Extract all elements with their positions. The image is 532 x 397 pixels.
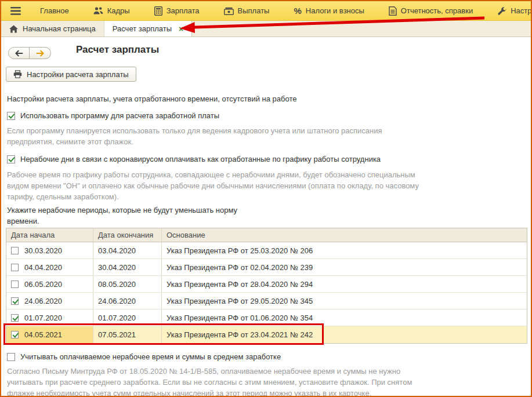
people-icon	[93, 6, 103, 15]
column-header-basis[interactable]: Основание	[162, 228, 527, 242]
end-date: 08.05.2020	[93, 276, 162, 292]
menu-item-glavnoe[interactable]: Главное	[28, 1, 81, 20]
page-title: Расчет зарплаты	[76, 44, 159, 56]
wrench-icon	[497, 6, 506, 16]
end-date: 24.06.2020	[93, 293, 162, 309]
average-earnings-checkbox[interactable]	[7, 353, 15, 361]
hamburger-icon	[10, 7, 21, 15]
start-date: 01.07.2020	[24, 314, 62, 322]
start-date: 30.03.2020	[24, 246, 62, 255]
tab-raschet-zarplaty[interactable]: Расчет зарплаты ×	[104, 21, 192, 37]
back-button[interactable]	[8, 47, 30, 59]
salary-settings-button[interactable]: Настройки расчета зарплаты	[6, 67, 136, 82]
back-arrow-icon	[15, 50, 23, 57]
menu-item-kadry[interactable]: Кадры	[81, 1, 142, 20]
page-subtitle: Настройки расчета зарплаты, учета отрабо…	[7, 94, 296, 103]
menu-item-vyplaty[interactable]: Выплаты	[212, 1, 282, 20]
menu-label: Зарплата	[167, 6, 200, 15]
close-tab-icon[interactable]: ×	[179, 24, 183, 34]
tab-home[interactable]: Начальная страница	[1, 21, 104, 37]
menu-item-zarplata[interactable]: Зарплата	[142, 1, 212, 20]
column-header-end-date[interactable]: Дата окончания	[93, 228, 162, 242]
row-checkbox[interactable]	[11, 264, 19, 271]
printer-icon	[13, 70, 22, 78]
tab-home-label: Начальная страница	[23, 24, 96, 33]
start-date: 04.04.2020	[24, 263, 62, 272]
basis: Указ Президента РФ от 29.05.2020 № 345	[162, 293, 527, 309]
use-program-checkbox[interactable]	[7, 112, 15, 120]
covid-days-checkbox[interactable]	[7, 155, 15, 163]
forward-button[interactable]	[30, 47, 51, 59]
menu-label: Настройка	[511, 6, 532, 15]
table-header-row: Дата начала Дата окончания Основание	[6, 228, 527, 242]
average-earnings-label[interactable]: Учитывать оплачиваемое нерабочее время и…	[20, 352, 281, 361]
row-checkbox[interactable]	[11, 331, 19, 338]
basis: Указ Президента РФ от 28.04.2020 № 294	[162, 276, 527, 292]
end-date: 30.04.2020	[93, 259, 162, 275]
start-date: 04.05.2021	[24, 330, 62, 339]
row-checkbox[interactable]	[11, 281, 19, 288]
basis: Указ Президента РФ от 01.06.2020 № 354	[162, 309, 527, 326]
payments-icon	[224, 7, 234, 15]
use-program-label[interactable]: Использовать программу для расчета зараб…	[20, 111, 219, 120]
menu-label: Налоги и взносы	[306, 6, 364, 15]
forward-arrow-icon	[36, 50, 45, 57]
nonworking-periods-table: Дата начала Дата окончания Основание 30.…	[6, 228, 527, 344]
covid-days-label[interactable]: Нерабочие дни в связи с коронавирусом оп…	[20, 155, 381, 163]
tabbar: Начальная страница Расчет зарплаты ×	[1, 21, 531, 37]
main-menubar: Главное Кадры Зарплата Выплаты % Налоги …	[1, 1, 531, 21]
menu-label: Выплаты	[238, 6, 270, 15]
table-row[interactable]: 01.07.2020 01.07.2020 Указ Президента РФ…	[6, 309, 527, 326]
menu-item-nalogi[interactable]: % Налоги и взносы	[281, 1, 376, 20]
menu-label: Главное	[40, 6, 69, 15]
app-window: Главное Кадры Зарплата Выплаты % Налоги …	[0, 0, 532, 397]
salary-settings-button-label: Настройки расчета зарплаты	[27, 70, 129, 79]
use-program-hint: Если программу планируется использовать …	[7, 125, 407, 147]
percent-icon: %	[294, 6, 301, 15]
row-checkbox[interactable]	[11, 247, 19, 254]
table-row[interactable]: 04.04.2020 30.04.2020 Указ Президента РФ…	[6, 259, 527, 276]
column-header-start-date[interactable]: Дата начала	[6, 228, 93, 242]
end-date: 07.05.2021	[93, 326, 162, 343]
average-earnings-option: Учитывать оплачиваемое нерабочее время и…	[7, 352, 281, 361]
calculator-icon	[154, 6, 162, 16]
start-date: 24.06.2020	[24, 297, 62, 305]
basis: Указ Президента РФ от 02.04.2020 № 239	[162, 259, 527, 275]
menu-item-otchetnost[interactable]: Отчетность, справки	[377, 1, 485, 20]
table-row[interactable]: 30.03.2020 03.04.2020 Указ Президента РФ…	[6, 242, 527, 259]
menu-label: Отчетность, справки	[401, 6, 473, 15]
end-date: 01.07.2020	[93, 309, 162, 326]
hamburger-menu-button[interactable]	[3, 1, 28, 20]
use-program-option: Использовать программу для расчета зараб…	[7, 111, 219, 120]
covid-days-hint: Рабочее время по графику работы сотрудни…	[7, 169, 432, 202]
home-icon	[9, 25, 18, 33]
covid-days-option: Нерабочие дни в связи с коронавирусом оп…	[7, 155, 381, 163]
average-earnings-hint: Согласно Письму Минтруда РФ от 18.05.202…	[7, 366, 432, 397]
table-row[interactable]: 06.05.2020 08.05.2020 Указ Президента РФ…	[6, 276, 527, 293]
basis: Указ Президента РФ от 25.03.2020 № 206	[162, 242, 527, 258]
row-checkbox[interactable]	[11, 314, 19, 322]
history-nav	[8, 47, 51, 59]
menu-item-nastroyka[interactable]: Настройка	[485, 1, 532, 20]
row-checkbox[interactable]	[11, 297, 19, 305]
basis: Указ Президента РФ от 23.04.2021 № 242	[162, 326, 527, 343]
menu-label: Кадры	[107, 6, 130, 15]
table-row-selected[interactable]: 04.05.2021 07.05.2021 Указ Президента РФ…	[6, 326, 527, 343]
report-icon	[389, 6, 397, 16]
periods-prompt: Укажите нерабочие периоды, которые не бу…	[7, 205, 268, 227]
table-row[interactable]: 24.06.2020 24.06.2020 Указ Президента РФ…	[6, 293, 527, 309]
end-date: 03.04.2020	[93, 242, 162, 258]
start-date: 06.05.2020	[24, 280, 62, 289]
tab-active-label: Расчет зарплаты	[113, 24, 172, 33]
